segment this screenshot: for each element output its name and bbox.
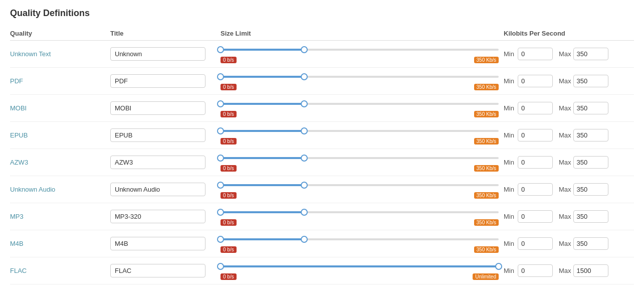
slider-track[interactable]: [221, 180, 499, 190]
kbps-cell: Min Max: [504, 264, 634, 277]
slider-thumb-right[interactable]: [301, 46, 308, 53]
max-label: Max: [559, 267, 571, 274]
min-input[interactable]: [518, 75, 553, 87]
slider-track[interactable]: [221, 153, 499, 163]
slider-fill: [221, 238, 304, 240]
min-input[interactable]: [518, 210, 553, 223]
table-row: Unknown Text 0 b/s 350 Kb/s Min Max: [10, 41, 634, 68]
min-input[interactable]: [518, 48, 553, 60]
kbps-cell: Min Max: [504, 237, 634, 250]
slider-labels: 0 b/s 350 Kb/s: [221, 246, 499, 253]
slider-fill: [221, 49, 304, 51]
slider-cell: 0 b/s 350 Kb/s: [221, 45, 504, 63]
slider-cell: 0 b/s 350 Kb/s: [221, 207, 504, 226]
col-size-limit-header: Size Limit: [221, 30, 504, 37]
slider-labels: 0 b/s 350 Kb/s: [221, 111, 499, 117]
quality-name: PDF: [10, 77, 110, 85]
slider-thumb-left[interactable]: [217, 100, 224, 107]
quality-rows: Unknown Text 0 b/s 350 Kb/s Min Max PDF: [10, 41, 634, 284]
max-input[interactable]: [573, 102, 608, 114]
slider-thumb-left[interactable]: [217, 73, 224, 80]
slider-thumb-left[interactable]: [217, 46, 224, 53]
table-header: Quality Title Size Limit Kilobits Per Se…: [10, 27, 634, 41]
title-cell: [110, 156, 221, 169]
max-label: Max: [559, 240, 571, 247]
slider-thumb-right[interactable]: [301, 127, 308, 134]
slider-fill: [221, 184, 304, 186]
slider-max-label: 350 Kb/s: [474, 246, 499, 253]
quality-name: AZW3: [10, 159, 110, 166]
slider-labels: 0 b/s 350 Kb/s: [221, 57, 499, 63]
slider-labels: 0 b/s 350 Kb/s: [221, 192, 499, 199]
max-input[interactable]: [573, 183, 608, 196]
slider-thumb-left[interactable]: [217, 155, 224, 162]
max-input[interactable]: [573, 129, 608, 141]
title-input[interactable]: [110, 183, 205, 196]
kbps-cell: Min Max: [504, 48, 634, 60]
slider-thumb-right[interactable]: [301, 236, 308, 243]
slider-track[interactable]: [221, 45, 499, 55]
slider-thumb-left[interactable]: [217, 236, 224, 243]
title-cell: [110, 183, 221, 196]
col-quality-header: Quality: [10, 30, 110, 37]
title-input[interactable]: [110, 237, 205, 250]
max-input[interactable]: [573, 48, 608, 60]
min-input[interactable]: [518, 129, 553, 141]
max-input[interactable]: [573, 210, 608, 223]
slider-fill: [221, 76, 304, 78]
max-input[interactable]: [573, 237, 608, 250]
title-input[interactable]: [110, 156, 205, 169]
page-title: Quality Definitions: [10, 8, 634, 19]
quality-name: M4B: [10, 240, 110, 247]
min-label: Min: [504, 267, 516, 274]
slider-thumb-right[interactable]: [301, 209, 308, 216]
table-row: PDF 0 b/s 350 Kb/s Min Max: [10, 68, 634, 95]
title-input[interactable]: [110, 101, 205, 115]
title-input[interactable]: [110, 264, 205, 277]
slider-thumb-left[interactable]: [217, 209, 224, 216]
slider-thumb-right[interactable]: [495, 263, 502, 270]
slider-thumb-left[interactable]: [217, 127, 224, 134]
min-input[interactable]: [518, 237, 553, 250]
min-input[interactable]: [518, 183, 553, 196]
min-input[interactable]: [518, 264, 553, 277]
slider-max-label: Unlimited: [473, 273, 499, 280]
slider-track[interactable]: [221, 234, 499, 244]
slider-max-label: 350 Kb/s: [474, 111, 499, 117]
title-cell: [110, 47, 221, 61]
slider-labels: 0 b/s 350 Kb/s: [221, 84, 499, 90]
kbps-cell: Min Max: [504, 183, 634, 196]
title-input[interactable]: [110, 74, 205, 88]
slider-cell: 0 b/s 350 Kb/s: [221, 126, 504, 144]
title-cell: [110, 128, 221, 142]
slider-max-label: 350 Kb/s: [474, 57, 499, 63]
slider-thumb-left[interactable]: [217, 263, 224, 270]
slider-min-label: 0 b/s: [221, 57, 237, 63]
slider-thumb-right[interactable]: [301, 100, 308, 107]
slider-track[interactable]: [221, 207, 499, 217]
min-label: Min: [504, 213, 516, 220]
min-input[interactable]: [518, 102, 553, 114]
quality-name: MOBI: [10, 104, 110, 112]
slider-track[interactable]: [221, 99, 499, 109]
table-row: MOBI 0 b/s 350 Kb/s Min Max: [10, 95, 634, 122]
max-label: Max: [559, 50, 571, 58]
slider-track[interactable]: [221, 126, 499, 136]
slider-thumb-right[interactable]: [301, 73, 308, 80]
max-input[interactable]: [573, 156, 608, 169]
table-row: Unknown Audio 0 b/s 350 Kb/s Min Max: [10, 176, 634, 203]
col-kbps-header: Kilobits Per Second: [504, 30, 634, 37]
max-input[interactable]: [573, 75, 608, 87]
title-input[interactable]: [110, 128, 205, 142]
slider-track[interactable]: [221, 72, 499, 82]
slider-fill: [221, 130, 304, 132]
min-input[interactable]: [518, 156, 553, 169]
title-input[interactable]: [110, 47, 205, 61]
title-input[interactable]: [110, 210, 205, 223]
slider-thumb-right[interactable]: [301, 155, 308, 162]
max-input[interactable]: [573, 264, 608, 277]
slider-thumb-right[interactable]: [301, 182, 308, 189]
slider-thumb-left[interactable]: [217, 182, 224, 189]
kbps-cell: Min Max: [504, 75, 634, 87]
slider-track[interactable]: [221, 261, 499, 271]
